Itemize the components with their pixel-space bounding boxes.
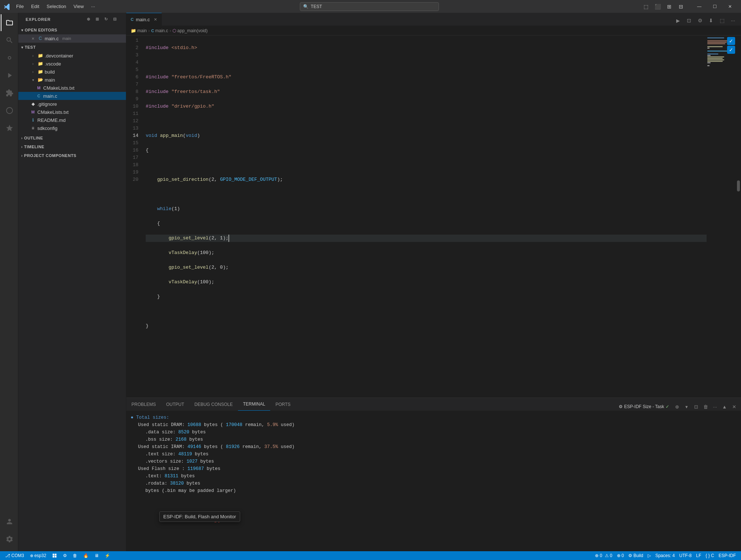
timeline-header[interactable]: › TIMELINE — [18, 142, 126, 151]
layout-btn-4[interactable]: ⊟ — [676, 1, 686, 12]
minimize-button[interactable]: — — [692, 0, 707, 13]
add-terminal-btn[interactable]: ⊕ — [673, 403, 681, 411]
terminal-content[interactable]: ● Total sizes: Used static DRAM: 10688 b… — [126, 411, 741, 551]
more-panel-btn[interactable]: ··· — [711, 403, 719, 411]
split-terminal-btn[interactable]: ⊡ — [692, 403, 700, 411]
activity-explorer[interactable] — [1, 14, 18, 31]
download-icon[interactable]: ⬇ — [706, 15, 716, 26]
menu-more[interactable]: ··· — [88, 3, 98, 10]
layout-editor-icon[interactable]: ⬚ — [717, 15, 727, 26]
close-file-icon[interactable]: ✕ — [30, 36, 36, 41]
sidebar-item-cmakelists-main[interactable]: M CMakeLists.txt — [18, 84, 126, 92]
code-editor[interactable]: 1 2 3 4 5 6 7 8 9 10 11 12 13 14 15 16 1 — [126, 36, 741, 397]
status-espidf[interactable]: ESP-IDF — [716, 551, 738, 560]
layout-btn-3[interactable]: ⊞ — [664, 1, 674, 12]
status-spaces[interactable]: Spaces: 4 — [653, 551, 677, 560]
breadcrumb-main[interactable]: 📁 main — [131, 28, 147, 33]
status-encoding[interactable]: UTF-8 — [677, 551, 694, 560]
test-section-header[interactable]: ▾ TEST — [18, 43, 126, 52]
status-trash[interactable]: 🗑 — [71, 551, 79, 560]
tab-ports[interactable]: PORTS — [270, 398, 295, 411]
sidebar-item-main-folder[interactable]: ▾ 📂 main — [18, 76, 126, 84]
status-grid[interactable] — [50, 551, 59, 560]
open-file-main-c[interactable]: ✕ C main.c main — [18, 34, 126, 42]
collapse-btn[interactable]: ⊟ — [111, 16, 119, 23]
menu-view[interactable]: View — [71, 3, 87, 10]
layout-btn-2[interactable]: ⬛ — [652, 1, 663, 12]
tab-problems[interactable]: PROBLEMS — [126, 398, 161, 411]
search-box[interactable]: 🔍 TEST — [300, 2, 439, 11]
sidebar-item-sdkconfig[interactable]: ≡ sdkconfig — [18, 124, 126, 132]
menu-file[interactable]: File — [13, 3, 27, 10]
open-editors-header[interactable]: ▾ OPEN EDITORS — [18, 26, 126, 34]
error-count: 0 — [600, 553, 602, 558]
check-btn-1[interactable]: ✓ — [727, 37, 735, 45]
status-language[interactable]: { } C — [703, 551, 716, 560]
tab-main-c[interactable]: C main.c ✕ — [126, 13, 162, 26]
maximize-button[interactable]: ☐ — [707, 0, 722, 13]
breadcrumb-function[interactable]: ⬡ app_main(void) — [172, 28, 208, 33]
activity-extra[interactable] — [1, 120, 18, 137]
sidebar-item-main-c[interactable]: C main.c — [18, 92, 126, 100]
status-esp32[interactable]: ⊕ esp32 — [28, 551, 49, 560]
tab-debug-console[interactable]: DEBUG CONSOLE — [189, 398, 238, 411]
close-button[interactable]: ✕ — [723, 0, 737, 13]
scrollbar-thumb[interactable] — [737, 180, 740, 191]
activity-search[interactable] — [1, 32, 18, 49]
status-build[interactable]: ⚙ Build — [626, 551, 645, 560]
status-errors[interactable]: ⊕ 0 ⚠ 0 — [593, 551, 614, 560]
kill-terminal-btn[interactable]: 🗑 — [701, 403, 710, 411]
status-monitor[interactable]: 🖥 — [92, 551, 101, 560]
status-flash[interactable]: ⚡ — [103, 551, 112, 560]
sidebar-item-devcontainer[interactable]: › 📁 .devcontainer — [18, 52, 126, 60]
more-editor-icon[interactable]: ··· — [728, 15, 738, 26]
menu-edit[interactable]: Edit — [28, 3, 42, 10]
new-folder-btn[interactable]: ⊞ — [94, 16, 101, 23]
refresh-btn[interactable]: ↻ — [103, 16, 110, 23]
tab-output[interactable]: OUTPUT — [161, 398, 189, 411]
main-layout: EXPLORER ⊕ ⊞ ↻ ⊟ ▾ OPEN EDITORS ✕ C — [0, 13, 741, 551]
status-branch[interactable]: ⎇ COM3 — [3, 551, 26, 560]
activity-extensions[interactable] — [1, 85, 18, 101]
activity-settings[interactable] — [1, 531, 18, 548]
run-icon[interactable]: ▶ — [673, 15, 683, 26]
breadcrumb-file-label: main.c — [155, 28, 168, 33]
tab-close-btn[interactable]: ✕ — [152, 16, 159, 23]
activity-account[interactable] — [1, 513, 18, 530]
menu-selection[interactable]: Selection — [44, 3, 69, 10]
vscode-folder-icon: 📁 — [37, 61, 43, 67]
project-components-header[interactable]: › PROJECT COMPONENTS — [18, 151, 126, 160]
close-panel-btn[interactable]: ✕ — [730, 403, 738, 411]
check-btn-2[interactable]: ✓ — [727, 46, 735, 54]
sidebar-item-cmakelists-root[interactable]: M CMakeLists.txt — [18, 108, 126, 116]
status-eol[interactable]: LF — [694, 551, 703, 560]
status-info[interactable]: ⊕ 0 — [615, 551, 626, 560]
flash-icon: ⚡ — [105, 553, 110, 558]
activity-run-debug[interactable] — [1, 67, 18, 84]
status-settings[interactable]: ⚙ — [61, 551, 69, 560]
tab-terminal[interactable]: TERMINAL — [238, 398, 271, 411]
code-content[interactable]: #include <stdio.h> #include "freertos/Fr… — [143, 36, 707, 397]
breadcrumb-file[interactable]: C main.c — [151, 28, 168, 33]
layout-btn-1[interactable]: ⬚ — [641, 1, 651, 12]
sidebar-item-vscode[interactable]: › 📁 .vscode — [18, 60, 126, 68]
sidebar-item-gitignore[interactable]: ◆ .gitignore — [18, 100, 126, 108]
activity-idf[interactable] — [1, 102, 18, 119]
activity-source-control[interactable] — [1, 49, 18, 66]
add-terminal-dropdown[interactable]: ▾ — [682, 403, 690, 411]
devcontainer-label: .devcontainer — [45, 53, 73, 59]
breadcrumb-sep-2: › — [170, 28, 171, 33]
split-editor-icon[interactable]: ⊡ — [684, 15, 694, 26]
tooltip-build-flash: ESP-IDF: Build, Flash and Monitor — [159, 511, 240, 522]
status-run[interactable]: ▷ — [645, 551, 653, 560]
maximize-panel-btn[interactable]: ▲ — [720, 403, 729, 411]
cmakelists-root-label: CMakeLists.txt — [37, 109, 68, 115]
editor-scrollbar[interactable] — [736, 36, 741, 397]
status-fire[interactable]: 🔥 — [81, 551, 91, 560]
sidebar-item-build[interactable]: › 📁 build — [18, 68, 126, 76]
new-file-btn[interactable]: ⊕ — [85, 16, 92, 23]
outline-header[interactable]: › OUTLINE — [18, 134, 126, 142]
settings-editor-icon[interactable]: ⚙ — [695, 15, 705, 26]
esp32-icon: ⊕ — [30, 553, 33, 558]
sidebar-item-readme[interactable]: ℹ README.md — [18, 116, 126, 124]
